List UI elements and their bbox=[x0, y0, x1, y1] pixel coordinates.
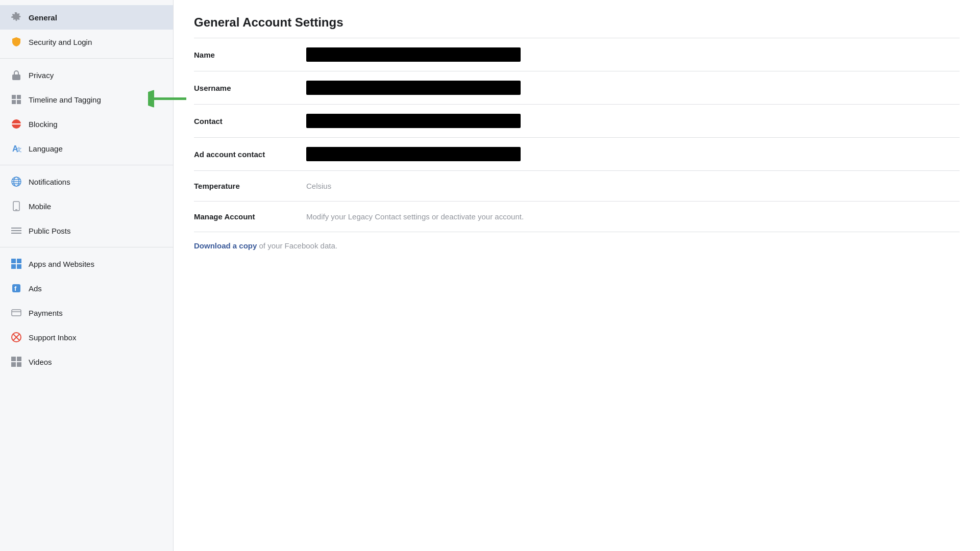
sidebar-label-blocking: Blocking bbox=[29, 120, 58, 129]
sidebar-item-privacy[interactable]: Privacy bbox=[0, 63, 173, 87]
sidebar-label-support: Support Inbox bbox=[29, 333, 76, 342]
divider-2 bbox=[0, 165, 173, 165]
sidebar-label-general: General bbox=[29, 13, 57, 22]
sidebar: General Security and Login Privacy bbox=[0, 0, 174, 551]
value-manageaccount: Modify your Legacy Contact settings or d… bbox=[306, 212, 960, 221]
main-content: General Account Settings Name Username C… bbox=[174, 0, 980, 551]
svg-rect-3 bbox=[17, 95, 21, 99]
sidebar-label-publicposts: Public Posts bbox=[29, 227, 71, 235]
ads-icon: f bbox=[9, 281, 23, 295]
page-title: General Account Settings bbox=[194, 15, 960, 30]
app-layout: General Security and Login Privacy bbox=[0, 0, 980, 551]
settings-row-name: Name bbox=[194, 38, 960, 71]
svg-rect-22 bbox=[17, 259, 21, 263]
label-name: Name bbox=[194, 51, 306, 59]
value-contact[interactable] bbox=[306, 114, 521, 128]
apps-icon bbox=[9, 257, 23, 271]
sidebar-item-language[interactable]: A 文 Language bbox=[0, 136, 173, 161]
settings-row-manageaccount: Manage Account Modify your Legacy Contac… bbox=[194, 202, 960, 232]
svg-rect-34 bbox=[11, 362, 16, 367]
svg-text:文: 文 bbox=[16, 146, 21, 153]
green-arrow-indicator bbox=[148, 90, 189, 109]
svg-rect-20 bbox=[11, 233, 21, 234]
label-adcontact: Ad account contact bbox=[194, 150, 306, 159]
mobile-icon bbox=[9, 199, 23, 213]
sidebar-item-notifications[interactable]: Notifications bbox=[0, 169, 173, 194]
value-username[interactable] bbox=[306, 81, 521, 95]
language-icon: A 文 bbox=[9, 141, 23, 156]
svg-rect-19 bbox=[11, 230, 21, 231]
svg-rect-23 bbox=[11, 264, 16, 269]
download-row: Download a copy of your Facebook data. bbox=[194, 232, 960, 259]
support-icon bbox=[9, 330, 23, 344]
svg-rect-27 bbox=[12, 310, 21, 316]
sidebar-item-mobile[interactable]: Mobile bbox=[0, 194, 173, 218]
sidebar-item-ads[interactable]: f Ads bbox=[0, 276, 173, 300]
sidebar-label-security: Security and Login bbox=[29, 38, 92, 46]
sidebar-label-mobile: Mobile bbox=[29, 202, 51, 211]
sidebar-item-videos[interactable]: Videos bbox=[0, 349, 173, 374]
rss-icon bbox=[9, 223, 23, 238]
settings-row-contact: Contact bbox=[194, 105, 960, 138]
label-contact: Contact bbox=[194, 117, 306, 126]
settings-row-temperature: Temperature Celsius bbox=[194, 171, 960, 202]
download-text: of your Facebook data. bbox=[257, 241, 337, 250]
video-icon bbox=[9, 355, 23, 369]
svg-rect-33 bbox=[17, 357, 21, 361]
svg-rect-35 bbox=[17, 362, 21, 367]
svg-rect-2 bbox=[12, 95, 16, 99]
svg-rect-4 bbox=[12, 100, 16, 104]
svg-rect-24 bbox=[17, 264, 21, 269]
sidebar-item-apps[interactable]: Apps and Websites bbox=[0, 252, 173, 276]
svg-rect-32 bbox=[11, 357, 16, 361]
value-temperature[interactable]: Celsius bbox=[306, 182, 960, 190]
svg-rect-21 bbox=[11, 259, 16, 263]
payments-icon bbox=[9, 306, 23, 320]
divider-1 bbox=[0, 58, 173, 59]
label-temperature: Temperature bbox=[194, 182, 306, 190]
sidebar-item-support[interactable]: Support Inbox bbox=[0, 325, 173, 349]
svg-rect-5 bbox=[17, 100, 21, 104]
sidebar-label-language: Language bbox=[29, 144, 63, 153]
sidebar-item-security[interactable]: Security and Login bbox=[0, 30, 173, 54]
sidebar-item-timeline[interactable]: Timeline and Tagging bbox=[0, 87, 173, 112]
svg-text:f: f bbox=[14, 285, 17, 292]
sidebar-label-apps: Apps and Websites bbox=[29, 260, 94, 268]
timeline-icon bbox=[9, 92, 23, 107]
sidebar-label-ads: Ads bbox=[29, 284, 42, 293]
sidebar-item-publicposts[interactable]: Public Posts bbox=[0, 218, 173, 243]
svg-rect-18 bbox=[11, 228, 21, 229]
shield-icon bbox=[9, 35, 23, 49]
globe-icon bbox=[9, 174, 23, 189]
value-adcontact[interactable] bbox=[306, 147, 521, 161]
sidebar-label-privacy: Privacy bbox=[29, 71, 54, 80]
sidebar-item-blocking[interactable]: Blocking bbox=[0, 112, 173, 136]
sidebar-label-videos: Videos bbox=[29, 358, 52, 366]
label-username: Username bbox=[194, 84, 306, 92]
sidebar-item-payments[interactable]: Payments bbox=[0, 300, 173, 325]
sidebar-item-general[interactable]: General bbox=[0, 5, 173, 30]
lock-icon bbox=[9, 68, 23, 82]
label-manageaccount: Manage Account bbox=[194, 212, 306, 221]
settings-row-username: Username bbox=[194, 71, 960, 105]
sidebar-label-timeline: Timeline and Tagging bbox=[29, 95, 101, 104]
svg-rect-8 bbox=[12, 123, 21, 124]
settings-row-adcontact: Ad account contact bbox=[194, 138, 960, 171]
download-link[interactable]: Download a copy bbox=[194, 241, 257, 250]
svg-rect-1 bbox=[12, 74, 20, 80]
block-icon bbox=[9, 117, 23, 131]
sidebar-label-notifications: Notifications bbox=[29, 178, 70, 186]
sidebar-label-payments: Payments bbox=[29, 309, 63, 317]
gear-icon bbox=[9, 10, 23, 24]
value-name[interactable] bbox=[306, 47, 521, 62]
divider-3 bbox=[0, 247, 173, 247]
